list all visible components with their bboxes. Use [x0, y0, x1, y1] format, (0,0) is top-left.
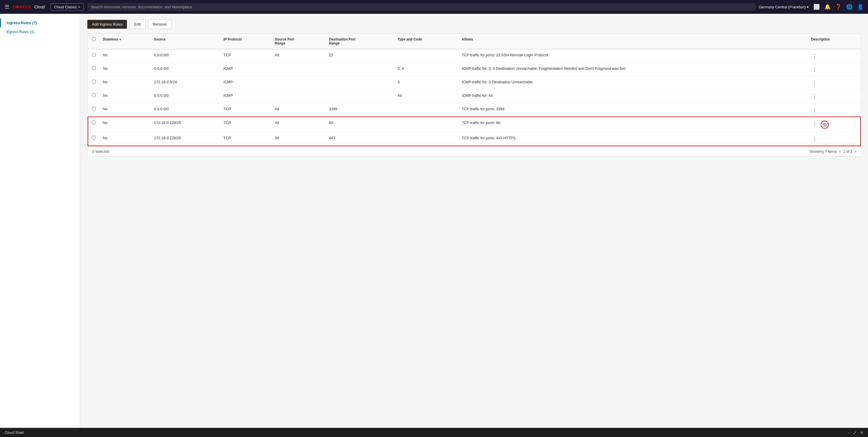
- sidebar-item-egress[interactable]: Egress Rules (1): [0, 27, 80, 36]
- row-checkbox[interactable]: [92, 136, 96, 139]
- row-checkbox-cell[interactable]: [88, 49, 99, 63]
- region-selector[interactable]: Germany Central (Frankfurt) ▾: [759, 5, 809, 9]
- expand-icon[interactable]: ⤢: [853, 430, 857, 435]
- row-checkbox-cell[interactable]: [88, 117, 99, 132]
- sidebar-item-ingress[interactable]: Ingress Rules (7): [0, 19, 80, 27]
- cell-source: 0.0.0.0/0: [151, 103, 220, 117]
- user-icon[interactable]: 👤: [857, 4, 863, 10]
- row-menu-button[interactable]: ⋮: [811, 94, 818, 99]
- cell-type-code: [394, 117, 458, 132]
- row-checkbox[interactable]: [92, 66, 96, 70]
- col-ip-protocol: IP Protocol: [220, 34, 272, 49]
- oracle-text: ORACLE: [13, 5, 31, 9]
- cell-type-code: [394, 103, 458, 117]
- cell-allows: TCP traffic for ports: 80: [458, 117, 808, 132]
- row-menu-button[interactable]: ⋮: [811, 80, 818, 86]
- row-menu-button[interactable]: ⋮: [811, 107, 818, 113]
- row-menu-button[interactable]: ⋮: [811, 67, 818, 72]
- cell-stateless: No: [99, 49, 151, 63]
- row-checkbox-cell[interactable]: [88, 76, 99, 90]
- col-dest-port: Destination PortRange: [326, 34, 394, 49]
- selected-count: 0 selected: [92, 149, 109, 154]
- cell-dest-port: 3389: [326, 103, 394, 117]
- row-menu-button[interactable]: ⋮: [811, 53, 818, 59]
- cell-stateless: No: [99, 117, 151, 132]
- cell-ip-protocol: TCP: [220, 132, 272, 146]
- cell-source-port: All: [272, 103, 326, 117]
- row-checkbox-cell[interactable]: [88, 63, 99, 76]
- cell-dest-port: [326, 76, 394, 90]
- cell-ip-protocol: ICMP: [220, 76, 272, 90]
- cell-dest-port: 80: [326, 117, 394, 132]
- cell-source: 172.16.0.128/25: [151, 132, 220, 146]
- row-checkbox-cell[interactable]: [88, 90, 99, 103]
- topnav-right: Germany Central (Frankfurt) ▾ ⬜ 🔔 ❓ 🌐 👤: [759, 4, 863, 10]
- cloud-shell-actions: − ⤢ ✕: [847, 430, 863, 435]
- table-footer: 0 selected Showing 7 items ‹ 1 of 1 ›: [88, 146, 861, 156]
- cell-stateless: No: [99, 63, 151, 76]
- cell-allows: ICMP traffic for: 3 Destination Unreacha…: [458, 76, 808, 90]
- cell-source: 0.0.0.0/0: [151, 49, 220, 63]
- row-checkbox[interactable]: [92, 53, 96, 57]
- row-checkbox-cell[interactable]: [88, 132, 99, 146]
- cell-description: ⋮: [807, 90, 861, 103]
- help-icon[interactable]: ❓: [835, 4, 842, 10]
- help-circle-icon[interactable]: ⊞: [820, 121, 829, 129]
- cell-stateless: No: [99, 90, 151, 103]
- menu-icon[interactable]: ☰: [5, 4, 9, 10]
- bell-icon[interactable]: 🔔: [824, 4, 831, 10]
- cell-ip-protocol: TCP: [220, 103, 272, 117]
- cell-source-port: All: [272, 49, 326, 63]
- globe-icon[interactable]: 🌐: [846, 4, 852, 10]
- cell-source-port: [272, 76, 326, 90]
- showing-items: Showing 7 items: [809, 149, 837, 154]
- cell-dest-port: 443: [326, 132, 394, 146]
- cell-allows: TCP traffic for ports: 3389: [458, 103, 808, 117]
- cell-source: 0.0.0.0/0: [151, 63, 220, 76]
- cell-description: ⋮: [807, 76, 861, 90]
- select-all-checkbox[interactable]: [92, 37, 96, 41]
- edit-button[interactable]: Edit: [129, 20, 145, 29]
- monitor-icon[interactable]: ⬜: [813, 4, 820, 10]
- pagination-next[interactable]: ›: [855, 149, 856, 154]
- sidebar: Ingress Rules (7) Egress Rules (1): [0, 14, 81, 428]
- cell-ip-protocol: ICMP: [220, 90, 272, 103]
- cell-stateless: No: [99, 132, 151, 146]
- row-menu-button[interactable]: ⋮: [811, 136, 818, 142]
- search-input[interactable]: [87, 3, 755, 11]
- table-row: No 0.0.0.0/0 TCP All 22 TCP traffic for …: [88, 49, 861, 63]
- row-checkbox[interactable]: [92, 80, 96, 84]
- top-navigation: ☰ ORACLE Cloud Cloud Classic > Germany C…: [0, 0, 868, 14]
- cell-source-port: All: [272, 117, 326, 132]
- ingress-rules-table: Stateless ▾ Source IP Protocol Source Po…: [87, 34, 861, 156]
- select-all-checkbox-cell[interactable]: [88, 34, 99, 49]
- cloud-classic-button[interactable]: Cloud Classic >: [51, 3, 84, 11]
- main-content: Add Ingress Rules Edit Remove Stateless …: [81, 14, 868, 428]
- row-checkbox-cell[interactable]: [88, 103, 99, 117]
- col-stateless[interactable]: Stateless ▾: [99, 34, 151, 49]
- pagination-prev[interactable]: ‹: [839, 149, 841, 154]
- toolbar: Add Ingress Rules Edit Remove: [87, 20, 861, 29]
- row-menu-button[interactable]: ⋮: [811, 121, 818, 127]
- minimize-icon[interactable]: −: [847, 430, 849, 435]
- col-description: Description: [807, 34, 861, 49]
- cell-type-code: All: [394, 90, 458, 103]
- remove-button[interactable]: Remove: [148, 20, 172, 29]
- cell-allows: ICMP traffic for: 3, 4 Destination Unrea…: [458, 63, 808, 76]
- sort-icon-stateless: ▾: [120, 38, 121, 41]
- table-header-row: Stateless ▾ Source IP Protocol Source Po…: [88, 34, 861, 49]
- close-icon[interactable]: ✕: [860, 430, 863, 435]
- cell-dest-port: [326, 90, 394, 103]
- cell-ip-protocol: ICMP: [220, 63, 272, 76]
- cell-ip-protocol: TCP: [220, 49, 272, 63]
- row-checkbox[interactable]: [92, 93, 96, 97]
- table-row: No 172.16.0.128/25 TCP All 443 TCP traff…: [88, 132, 861, 146]
- row-checkbox[interactable]: [92, 121, 96, 124]
- cell-type-code: [394, 132, 458, 146]
- oracle-logo: ORACLE Cloud: [13, 5, 45, 9]
- add-ingress-rules-button[interactable]: Add Ingress Rules: [87, 20, 127, 29]
- row-checkbox[interactable]: [92, 107, 96, 111]
- page-layout: Ingress Rules (7) Egress Rules (1) Add I…: [0, 14, 868, 428]
- col-allows: Allows: [458, 34, 808, 49]
- col-source: Source: [151, 34, 220, 49]
